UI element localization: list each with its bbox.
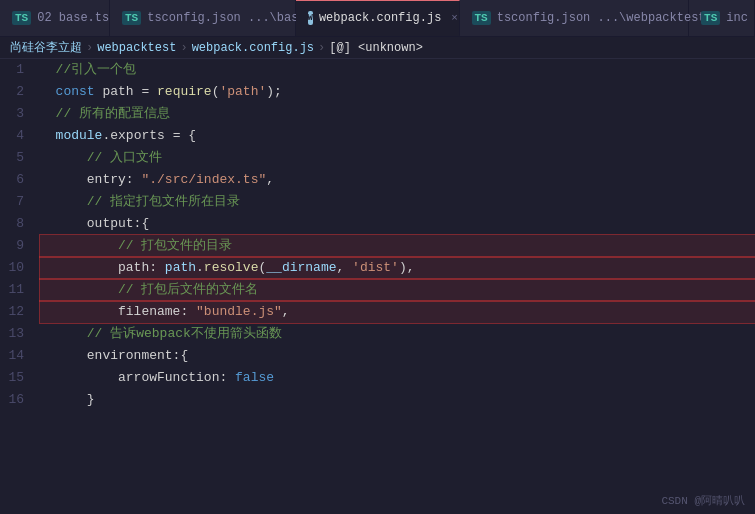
code-token: "bundle.js" <box>196 301 282 323</box>
tab-tab2[interactable]: TStsconfig.json ...\base <box>110 0 296 36</box>
code-line: path: path.resolve(__dirname, 'dist'), <box>40 257 755 279</box>
code-token: path <box>165 257 196 279</box>
code-token: arrowFunction: <box>40 367 235 389</box>
code-line: // 指定打包文件所在目录 <box>40 191 755 213</box>
code-line: filename: "bundle.js", <box>40 301 755 323</box>
code-token: // 指定打包文件所在目录 <box>40 191 240 213</box>
breadcrumb-part: [@] <unknown> <box>329 41 423 55</box>
line-numbers: 12345678910111213141516 <box>0 59 36 514</box>
code-token: , <box>266 169 274 191</box>
line-number: 9 <box>8 235 24 257</box>
code-token: output:{ <box>40 213 149 235</box>
code-token: environment:{ <box>40 345 188 367</box>
code-line: //引入一个包 <box>40 59 755 81</box>
breadcrumb-part: webpack.config.js <box>192 41 314 55</box>
code-token: false <box>235 367 274 389</box>
ts-icon: TS <box>122 11 141 25</box>
code-token: const <box>56 81 95 103</box>
code-token: // 打包文件的目录 <box>40 235 232 257</box>
line-number: 13 <box>8 323 24 345</box>
tab-tab5[interactable]: TSinc <box>689 0 755 36</box>
breadcrumb-separator: › <box>318 41 325 55</box>
tab-tab4[interactable]: TStsconfig.json ...\webpacktest <box>460 0 690 36</box>
tab-label: webpack.config.js <box>319 11 441 25</box>
code-token: ); <box>266 81 282 103</box>
tab-bar: TS02 base.tsTStsconfig.json ...\baseWweb… <box>0 0 755 37</box>
breadcrumb-part: webpacktest <box>97 41 176 55</box>
tab-tab1[interactable]: TS02 base.ts <box>0 0 110 36</box>
code-token: "./src/index.ts" <box>141 169 266 191</box>
ts-icon: TS <box>472 11 491 25</box>
code-token <box>40 81 56 103</box>
ts-icon: TS <box>701 11 720 25</box>
line-number: 10 <box>8 257 24 279</box>
line-number: 2 <box>8 81 24 103</box>
line-number: 12 <box>8 301 24 323</box>
tab-label: inc <box>726 11 748 25</box>
code-area[interactable]: //引入一个包 const path = require('path'); //… <box>36 59 755 514</box>
code-line: arrowFunction: false <box>40 367 755 389</box>
code-token: path: <box>40 257 165 279</box>
tab-close-button[interactable]: × <box>451 12 458 24</box>
breadcrumb-separator: › <box>86 41 93 55</box>
ts-icon: TS <box>12 11 31 25</box>
code-token: filename: <box>40 301 196 323</box>
code-token: 'path' <box>219 81 266 103</box>
tab-label: tsconfig.json ...\webpacktest <box>497 11 706 25</box>
code-token: .exports = { <box>102 125 196 147</box>
code-token: // 入口文件 <box>40 147 162 169</box>
code-token: //引入一个包 <box>40 59 136 81</box>
watermark: CSDN @阿晴叭叭 <box>661 493 745 508</box>
code-token: . <box>196 257 204 279</box>
code-token: module <box>56 125 103 147</box>
code-token: } <box>40 389 95 411</box>
code-line: output:{ <box>40 213 755 235</box>
code-line: const path = require('path'); <box>40 81 755 103</box>
code-line: // 打包文件的目录 <box>40 235 755 257</box>
code-line: module.exports = { <box>40 125 755 147</box>
line-number: 11 <box>8 279 24 301</box>
code-line: } <box>40 389 755 411</box>
tab-tab3[interactable]: Wwebpack.config.js× <box>296 0 460 36</box>
code-line: // 打包后文件的文件名 <box>40 279 755 301</box>
code-token: ( <box>212 81 220 103</box>
line-number: 8 <box>8 213 24 235</box>
code-token: // 所有的配置信息 <box>40 103 170 125</box>
line-number: 1 <box>8 59 24 81</box>
code-token: require <box>157 81 212 103</box>
line-number: 3 <box>8 103 24 125</box>
breadcrumb: 尚硅谷李立超 › webpacktest › webpack.config.js… <box>0 37 755 59</box>
tab-label: 02 base.ts <box>37 11 109 25</box>
line-number: 5 <box>8 147 24 169</box>
line-number: 6 <box>8 169 24 191</box>
editor: 12345678910111213141516 //引入一个包 const pa… <box>0 59 755 514</box>
code-token: // 告诉webpack不使用箭头函数 <box>40 323 282 345</box>
breadcrumb-part: 尚硅谷李立超 <box>10 39 82 56</box>
code-token: ), <box>399 257 415 279</box>
code-token: entry: <box>40 169 141 191</box>
line-number: 16 <box>8 389 24 411</box>
code-token: 'dist' <box>352 257 399 279</box>
code-token: resolve <box>204 257 259 279</box>
code-line: // 所有的配置信息 <box>40 103 755 125</box>
breadcrumb-separator: › <box>180 41 187 55</box>
code-line: // 入口文件 <box>40 147 755 169</box>
code-line: environment:{ <box>40 345 755 367</box>
code-token <box>40 125 56 147</box>
line-number: 15 <box>8 367 24 389</box>
code-line: // 告诉webpack不使用箭头函数 <box>40 323 755 345</box>
webpack-icon: W <box>308 11 313 25</box>
code-token: // 打包后文件的文件名 <box>40 279 258 301</box>
code-token: , <box>282 301 290 323</box>
line-number: 4 <box>8 125 24 147</box>
code-token: __dirname <box>266 257 336 279</box>
line-number: 7 <box>8 191 24 213</box>
tab-label: tsconfig.json ...\base <box>147 11 305 25</box>
code-token: , <box>337 257 353 279</box>
code-token: path = <box>95 81 157 103</box>
code-line: entry: "./src/index.ts", <box>40 169 755 191</box>
line-number: 14 <box>8 345 24 367</box>
